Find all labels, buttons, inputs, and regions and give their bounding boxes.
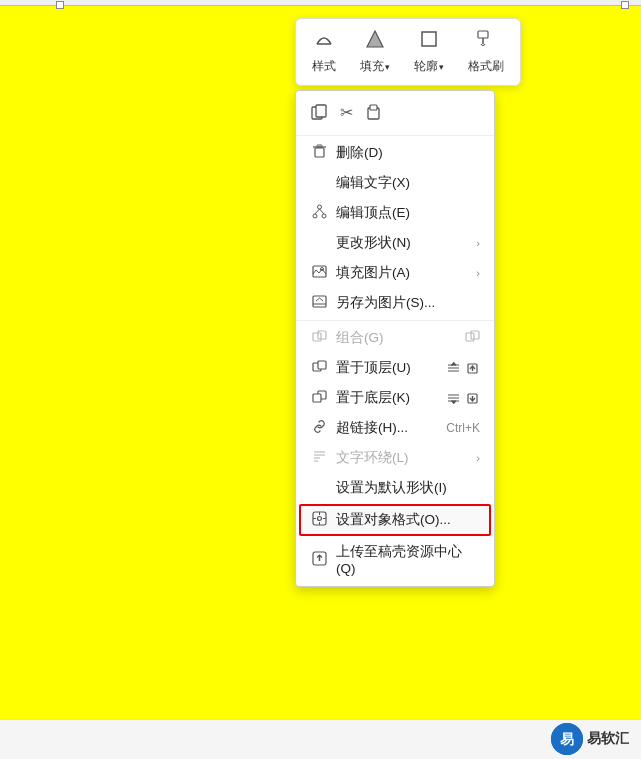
svg-point-12 [313,214,317,218]
delete-icon [310,144,328,162]
svg-rect-11 [317,145,322,147]
menu-item-save-as-image[interactable]: 另存为图片(S)... [296,288,494,318]
menu-item-text-wrap[interactable]: 文字环绕(L) › [296,443,494,473]
edit-vertex-label: 编辑顶点(E) [336,204,480,222]
menu-item-combine[interactable]: 组合(G) [296,323,494,353]
save-as-image-icon [310,294,328,312]
divider-1 [296,320,494,321]
hyperlink-icon [310,419,328,437]
set-default-label: 设置为默认形状(I) [336,479,480,497]
style-label: 样式 [312,58,336,75]
logo-text: 易软汇 [587,730,629,748]
toolbar-popup: 样式 填充 ▾ 轮廓 ▾ 格式刷 [295,18,521,86]
text-wrap-arrow: › [476,452,480,464]
svg-marker-1 [367,31,383,47]
menu-item-send-back[interactable]: 置于底层(K) [296,383,494,413]
svg-point-14 [322,214,326,218]
toolbar-fill[interactable]: 填充 ▾ [356,27,394,77]
send-back-sub-icons [446,391,480,406]
bring-front-sub-icons [446,361,480,376]
svg-text:易: 易 [560,731,574,747]
text-wrap-icon [310,449,328,467]
paste-icon-btn[interactable] [363,101,385,127]
svg-rect-22 [471,331,479,339]
change-shape-label: 更改形状(N) [336,234,468,252]
cut-icon-btn[interactable]: ✂ [338,101,355,127]
svg-rect-6 [316,105,326,117]
bring-front-icon [310,359,328,377]
combine-label: 组合(G) [336,329,457,347]
outline-icon [419,29,439,54]
fill-image-label: 填充图片(A) [336,264,468,282]
fill-image-icon [310,264,328,282]
svg-rect-20 [318,331,326,339]
set-format-label: 设置对象格式(O)... [336,511,451,529]
svg-rect-3 [478,31,488,38]
svg-rect-21 [466,333,474,341]
resize-handle-top-right[interactable] [621,1,629,9]
hyperlink-shortcut: Ctrl+K [446,421,480,435]
send-back-icon [310,389,328,407]
format-brush-icon [476,29,496,54]
save-as-image-label: 另存为图片(S)... [336,294,480,312]
menu-item-upload[interactable]: 上传至稿壳资源中心(Q) [296,537,494,582]
resize-handle-top-left[interactable] [56,1,64,9]
fill-label: 填充 ▾ [360,58,390,75]
bottom-logo: 易 易软汇 [551,723,629,755]
toolbar-outline[interactable]: 轮廓 ▾ [410,27,448,77]
edit-text-label: 编辑文字(X) [336,174,480,192]
combine-right-icon [465,329,480,347]
menu-item-set-default[interactable]: 设置为默认形状(I) [296,473,494,503]
toolbar-style[interactable]: 样式 [308,27,340,77]
text-wrap-label: 文字环绕(L) [336,449,468,467]
menu-item-fill-image[interactable]: 填充图片(A) › [296,258,494,288]
bottom-bar: 易 易软汇 [0,719,641,759]
fill-image-arrow: › [476,267,480,279]
upload-icon [310,551,328,569]
logo-icon: 易 [551,723,583,755]
combine-icon [310,329,328,347]
menu-item-delete[interactable]: 删除(D) [296,138,494,168]
toolbar-format-brush[interactable]: 格式刷 [464,27,508,77]
set-format-icon [310,511,328,529]
svg-rect-8 [370,105,377,110]
context-menu-top-icons: ✂ [296,95,494,136]
svg-rect-2 [422,32,436,46]
upload-label: 上传至稿壳资源中心(Q) [336,543,480,576]
svg-rect-31 [313,394,321,402]
svg-rect-9 [315,148,324,157]
outline-label: 轮廓 ▾ [414,58,444,75]
svg-rect-24 [318,361,326,369]
svg-rect-19 [313,333,321,341]
menu-item-set-format[interactable]: 设置对象格式(O)... [299,504,491,536]
menu-item-bring-front[interactable]: 置于顶层(U) [296,353,494,383]
hyperlink-label: 超链接(H)... [336,419,438,437]
menu-item-edit-vertex[interactable]: 编辑顶点(E) [296,198,494,228]
format-brush-label: 格式刷 [468,58,504,75]
svg-point-42 [317,517,321,521]
fill-icon [365,29,385,54]
delete-label: 删除(D) [336,144,480,162]
menu-item-change-shape[interactable]: 更改形状(N) › [296,228,494,258]
context-menu: ✂ 删除(D) 编辑文字(X) 编辑顶点(E) 更改形状(N) › 填充图片(A… [295,90,495,587]
edit-vertex-icon [310,204,328,222]
menu-item-hyperlink[interactable]: 超链接(H)... Ctrl+K [296,413,494,443]
copy-format-icon-btn[interactable] [308,101,330,127]
send-back-label: 置于底层(K) [336,389,438,407]
style-icon [314,29,334,54]
bring-front-label: 置于顶层(U) [336,359,438,377]
change-shape-arrow: › [476,237,480,249]
menu-item-edit-text[interactable]: 编辑文字(X) [296,168,494,198]
